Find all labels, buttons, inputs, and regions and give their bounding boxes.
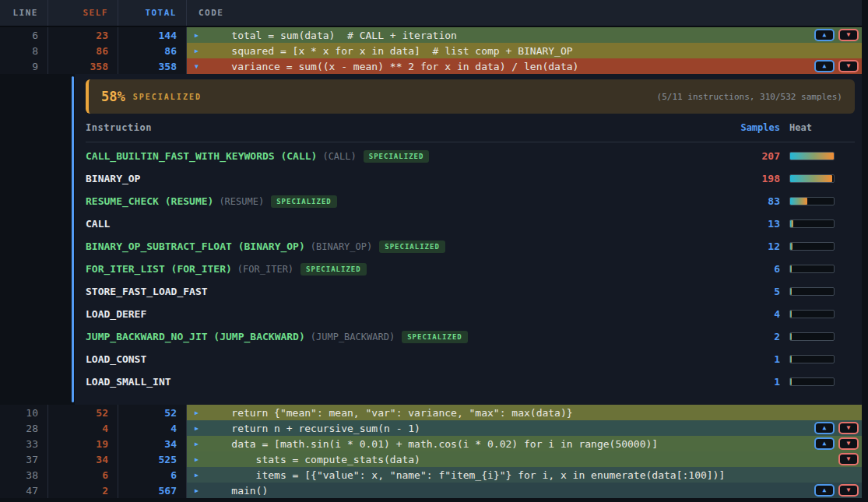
heat-cell bbox=[789, 219, 855, 228]
nav-up-button[interactable]: ▲ bbox=[814, 484, 835, 497]
nav-down-button[interactable]: ▼ bbox=[838, 60, 859, 72]
expand-arrow-icon[interactable]: ▶ bbox=[187, 487, 207, 494]
nav-down-button[interactable]: ▼ bbox=[838, 484, 859, 497]
instruction-name: BINARY_OP bbox=[86, 173, 140, 184]
instruction-name: STORE_FAST_LOAD_FAST bbox=[86, 286, 208, 297]
heat-bar bbox=[789, 219, 835, 228]
heat-bar-fill bbox=[790, 378, 792, 385]
instruction-samples: 207 bbox=[718, 150, 780, 162]
specialized-label: SPECIALIZED bbox=[133, 93, 202, 101]
source-code-text: variance = sum((x - mean) ** 2 for x in … bbox=[207, 61, 578, 72]
code-line[interactable]: ▶ items = [{"value": x, "name": f"item_{… bbox=[187, 467, 862, 483]
profiler-window: LINE SELF TOTAL CODE 623144▶ total = sum… bbox=[0, 0, 862, 502]
self-samples-cell: 86 bbox=[48, 43, 118, 58]
instruction-row: BINARY_OP_SUBTRACT_FLOAT (BINARY_OP)(BIN… bbox=[86, 235, 855, 258]
code-line[interactable]: ▶ squared = [x * x for x in data] # list… bbox=[187, 43, 862, 58]
instruction-row: FOR_ITER_LIST (FOR_ITER)(FOR_ITER)SPECIA… bbox=[86, 258, 855, 280]
specialization-banner: 58% SPECIALIZED (5/11 instructions, 310/… bbox=[86, 79, 855, 114]
line-number-cell: 6 bbox=[0, 27, 48, 43]
nav-down-button[interactable]: ▼ bbox=[838, 437, 859, 450]
heat-bar bbox=[789, 287, 835, 296]
specialized-badge: SPECIALIZED bbox=[300, 263, 367, 276]
code-line[interactable]: ▶ main()▲▼ bbox=[187, 483, 862, 498]
instruction-column-header: Instruction bbox=[86, 122, 718, 133]
heat-bar bbox=[789, 152, 835, 160]
code-row: 3866▶ items = [{"value": x, "name": f"it… bbox=[0, 467, 862, 483]
row-nav-buttons: ▲▼ bbox=[810, 422, 862, 434]
heat-cell bbox=[789, 174, 855, 183]
instruction-name-group: CALL_BUILTIN_FAST_WITH_KEYWORDS (CALL)(C… bbox=[86, 150, 718, 163]
self-samples-cell: 358 bbox=[48, 58, 118, 74]
heat-bar bbox=[789, 355, 835, 363]
nav-up-button[interactable]: ▲ bbox=[814, 437, 835, 450]
expand-arrow-icon[interactable]: ▶ bbox=[187, 425, 207, 432]
total-samples-cell: 6 bbox=[118, 467, 187, 483]
total-samples-cell: 86 bbox=[118, 43, 187, 58]
code-line[interactable]: ▼ variance = sum((x - mean) ** 2 for x i… bbox=[187, 58, 862, 74]
self-samples-cell: 23 bbox=[48, 27, 118, 43]
code-line[interactable]: ▶ total = sum(data) # CALL + iteration▲▼ bbox=[187, 27, 862, 43]
instruction-name-group: CALL bbox=[86, 218, 718, 230]
line-number-cell: 33 bbox=[0, 436, 48, 451]
code-row: 623144▶ total = sum(data) # CALL + itera… bbox=[0, 27, 862, 43]
heat-cell bbox=[789, 265, 855, 273]
instruction-row: LOAD_CONST1 bbox=[86, 348, 855, 370]
expand-arrow-icon[interactable]: ▶ bbox=[187, 47, 207, 54]
panel-connector-line bbox=[72, 76, 74, 402]
code-line[interactable]: ▶ return n + recursive_sum(n - 1)▲▼ bbox=[187, 420, 862, 436]
nav-down-button[interactable]: ▼ bbox=[838, 453, 859, 465]
heat-cell bbox=[789, 287, 855, 296]
instruction-name: LOAD_SMALL_INT bbox=[86, 376, 171, 388]
source-code-text: total = sum(data) # CALL + iteration bbox=[207, 30, 457, 41]
code-line[interactable]: ▶ data = [math.sin(i * 0.01) + math.cos(… bbox=[187, 436, 862, 451]
instruction-name: FOR_ITER_LIST (FOR_ITER) bbox=[86, 263, 232, 275]
instruction-name-group: JUMP_BACKWARD_NO_JIT (JUMP_BACKWARD)(JUM… bbox=[86, 331, 718, 343]
specialized-badge: SPECIALIZED bbox=[379, 240, 445, 253]
total-samples-cell: 525 bbox=[118, 451, 187, 467]
total-samples-cell: 144 bbox=[118, 27, 187, 43]
line-number-cell: 9 bbox=[0, 58, 48, 74]
code-row: 105252▶ return {"mean": mean, "var": var… bbox=[0, 405, 862, 420]
self-samples-cell: 6 bbox=[48, 467, 118, 483]
nav-up-button[interactable]: ▲ bbox=[814, 29, 835, 41]
instruction-name: RESUME_CHECK (RESUME) bbox=[86, 195, 213, 207]
nav-up-button[interactable]: ▲ bbox=[814, 422, 835, 434]
total-samples-cell: 358 bbox=[118, 58, 187, 74]
instruction-name-group: STORE_FAST_LOAD_FAST bbox=[86, 286, 718, 297]
nav-up-button[interactable]: ▲ bbox=[814, 60, 835, 72]
instruction-base-op: (FOR_ITER) bbox=[237, 264, 293, 275]
heat-bar-fill bbox=[790, 198, 807, 205]
instruction-name-group: LOAD_DEREF bbox=[86, 308, 718, 320]
instruction-name-group: RESUME_CHECK (RESUME)(RESUME)SPECIALIZED bbox=[86, 195, 718, 208]
heat-cell bbox=[789, 152, 855, 160]
heat-bar-fill bbox=[790, 243, 792, 250]
nav-down-button[interactable]: ▼ bbox=[838, 29, 859, 41]
code-line[interactable]: ▶ stats = compute_stats(data)▼ bbox=[187, 451, 862, 467]
nav-down-button[interactable]: ▼ bbox=[838, 422, 859, 434]
total-samples-cell: 52 bbox=[118, 405, 187, 420]
heat-bar-fill bbox=[790, 333, 792, 340]
instruction-rows: CALL_BUILTIN_FAST_WITH_KEYWORDS (CALL)(C… bbox=[86, 142, 855, 393]
instruction-base-op: (RESUME) bbox=[219, 196, 264, 207]
heat-cell bbox=[789, 377, 855, 386]
instruction-row: CALL13 bbox=[86, 212, 855, 235]
expand-arrow-icon[interactable]: ▶ bbox=[187, 456, 207, 463]
expand-arrow-icon[interactable]: ▶ bbox=[187, 441, 207, 448]
instruction-name-group: BINARY_OP bbox=[86, 173, 718, 184]
heat-bar-fill bbox=[790, 175, 832, 182]
heat-cell bbox=[789, 310, 855, 318]
instruction-samples: 198 bbox=[718, 173, 780, 184]
expand-arrow-icon[interactable]: ▶ bbox=[187, 472, 207, 479]
row-nav-buttons: ▲▼ bbox=[810, 29, 862, 41]
instruction-samples: 13 bbox=[718, 218, 780, 230]
expand-arrow-icon[interactable]: ▶ bbox=[187, 409, 207, 416]
collapse-arrow-icon[interactable]: ▼ bbox=[187, 63, 207, 70]
column-header-line: LINE bbox=[0, 0, 48, 26]
expand-arrow-icon[interactable]: ▶ bbox=[187, 32, 207, 39]
code-line[interactable]: ▶ return {"mean": mean, "var": variance,… bbox=[187, 405, 862, 420]
instruction-base-op: (JUMP_BACKWARD) bbox=[311, 332, 395, 342]
instruction-name: CALL_BUILTIN_FAST_WITH_KEYWORDS (CALL) bbox=[86, 150, 317, 162]
heat-bar bbox=[789, 174, 835, 183]
self-samples-cell: 4 bbox=[48, 420, 118, 436]
instruction-row: CALL_BUILTIN_FAST_WITH_KEYWORDS (CALL)(C… bbox=[86, 145, 855, 167]
